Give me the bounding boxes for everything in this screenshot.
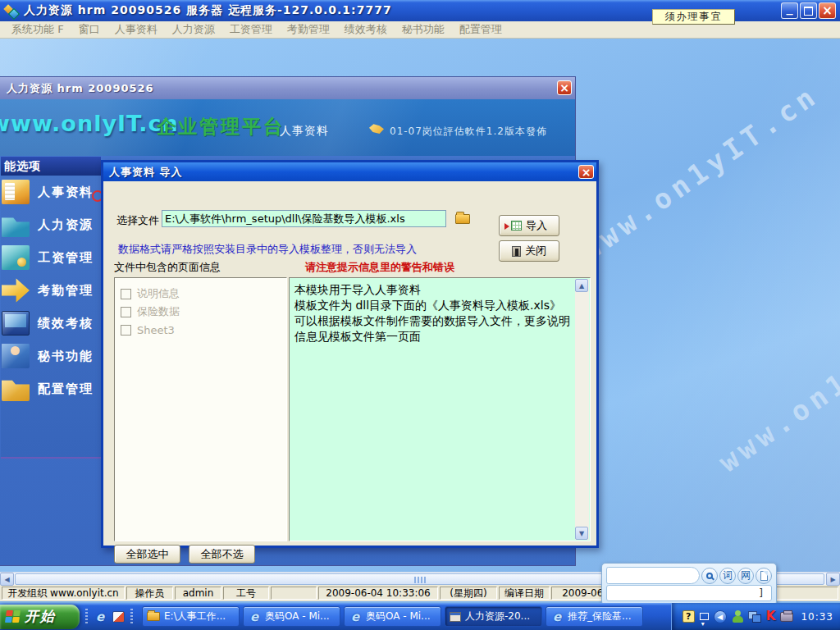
info-scrollbar[interactable]: ▲ ▼ <box>575 279 589 540</box>
menu-hr[interactable]: 人力资源 <box>165 22 222 37</box>
select-all-label: 全部选中 <box>126 547 169 562</box>
arrow-icon <box>2 278 30 303</box>
status-weekday: (星期四) <box>440 587 497 600</box>
status-datetime: 2009-06-04 10:33:06 <box>318 587 438 600</box>
close-icon[interactable] <box>819 2 836 19</box>
sidebar-item-hr[interactable]: 人力资源 <box>1 208 101 241</box>
status-operator-value: admin <box>175 587 221 600</box>
clock[interactable]: 10:33 <box>801 611 833 623</box>
task-label: 推荐_保险基... <box>568 609 631 623</box>
exit-door-icon <box>512 246 521 257</box>
scroll-right-icon[interactable]: ▶ <box>826 573 840 586</box>
sheet-row: Sheet3 <box>121 321 281 339</box>
close-button[interactable]: 关闭 <box>499 240 559 262</box>
quick-launch <box>85 609 133 625</box>
select-none-button[interactable]: 全部不选 <box>189 545 255 564</box>
sheet-row: 保险数据 <box>121 303 281 321</box>
task-button-insurance[interactable]: 推荐_保险基... <box>546 606 643 627</box>
dict-result-input[interactable]: ] <box>606 585 772 601</box>
child-window-title: 人力资源 hrm 20090526 <box>7 81 154 96</box>
sidebar-item-attendance[interactable]: 考勤管理 <box>1 274 101 307</box>
status-operator-label: 操作员 <box>126 587 173 600</box>
current-module-label: 人事资料 <box>280 124 329 139</box>
menu-config[interactable]: 配置管理 <box>452 22 509 37</box>
scroll-left-icon[interactable]: ◀ <box>0 573 14 586</box>
ie-icon <box>248 610 261 623</box>
banner: www.onlyIT.cn 企业管理平台 人事资料 01-07岗位評估軟件1.2… <box>0 99 575 156</box>
sidebar-item-label: 绩效考核 <box>38 316 94 331</box>
dict-query-input[interactable] <box>606 567 700 584</box>
sheet-checkbox[interactable] <box>121 307 131 317</box>
announcement-link[interactable]: 01-07岗位評估軟件1.2版本發佈 <box>390 125 547 139</box>
task-button-hrm-active[interactable]: 人力资源-20... <box>445 606 542 627</box>
menu-system[interactable]: 系统功能 F <box>4 22 71 37</box>
info-line: 本模块用于导入人事资料 <box>294 282 572 298</box>
sidebar-item-personnel[interactable]: 人事资料 <box>1 176 101 208</box>
page-button[interactable] <box>756 568 772 584</box>
sheet-label: 保险数据 <box>137 304 180 319</box>
sidebar-item-salary[interactable]: 工资管理 <box>1 241 101 274</box>
system-tray: ? K 10:33 <box>671 603 840 630</box>
toolbar-grip[interactable] <box>85 609 88 625</box>
help-tray-icon[interactable]: ? <box>682 610 695 623</box>
menu-secretary[interactable]: 秘书功能 <box>395 22 452 37</box>
coins-icon <box>2 245 30 270</box>
start-button-label: 开始 <box>25 607 56 626</box>
dict-button[interactable]: 词 <box>719 568 736 584</box>
kaspersky-tray-icon[interactable]: K <box>766 610 776 623</box>
ie-icon <box>550 610 564 623</box>
select-none-label: 全部不选 <box>201 547 244 562</box>
menu-window[interactable]: 窗口 <box>71 22 107 37</box>
todo-badge[interactable]: 须办理事宜 <box>652 9 735 25</box>
menu-attendance[interactable]: 考勤管理 <box>280 22 337 37</box>
printer-tray-icon[interactable] <box>780 612 793 622</box>
sidebar-item-performance[interactable]: 绩效考核 <box>1 307 101 340</box>
window-icon <box>450 612 461 622</box>
sidebar-item-label: 工资管理 <box>38 250 94 266</box>
scroll-down-icon[interactable]: ▼ <box>575 527 588 540</box>
task-label: 奥码OA - Mi... <box>366 609 431 623</box>
scroll-up-icon[interactable]: ▲ <box>575 279 588 292</box>
task-button-oa1[interactable]: 奥码OA - Mi... <box>243 606 340 627</box>
sidebar-item-secretary[interactable]: 秘书功能 <box>1 340 101 372</box>
web-button[interactable]: 网 <box>737 568 754 584</box>
info-text: 本模块用于导入人事资料 模板文件为 dll目录下面的《人事资料导入模板.xls》… <box>294 282 572 345</box>
dialog-titlebar[interactable]: 人事资料 导入 <box>103 162 596 181</box>
sheet-checkbox[interactable] <box>121 325 131 336</box>
messenger-tray-icon[interactable] <box>732 610 743 623</box>
ie-quicklaunch-icon[interactable] <box>94 610 107 623</box>
restore-icon[interactable] <box>800 2 817 19</box>
menu-personnel[interactable]: 人事资料 <box>107 22 165 37</box>
app-quicklaunch-icon[interactable] <box>112 611 125 623</box>
info-line: 可以根据模板文件制作需要的数据导入文件，更多说明信息见模板文件第一页面 <box>294 313 572 345</box>
collapse-tray-icon[interactable] <box>714 610 727 623</box>
child-window-titlebar[interactable]: 人力资源 hrm 20090526 <box>0 77 575 99</box>
windows-logo-icon <box>5 610 21 623</box>
scrollbar-grip <box>414 577 426 583</box>
watermark-text: www.on1yIT.cn <box>575 78 825 267</box>
sidebar-item-config[interactable]: 配置管理 <box>1 372 101 405</box>
toolbar-grip[interactable] <box>130 609 133 625</box>
start-button[interactable]: 开始 <box>0 605 80 629</box>
search-icon <box>706 573 713 579</box>
dialog-close-icon[interactable] <box>578 165 594 179</box>
sheet-row: 说明信息 <box>121 285 281 303</box>
task-button-oa2[interactable]: 奥码OA - Mi... <box>344 606 441 627</box>
restore-tray-icon[interactable] <box>700 613 709 620</box>
import-grid-icon <box>511 221 522 231</box>
sidebar-header: 能选项 <box>1 157 101 176</box>
network-tray-icon[interactable] <box>748 611 761 623</box>
task-button-explorer[interactable]: E:\人事工作... <box>142 606 240 627</box>
watermark-text: www.on1yIT.cn <box>713 290 840 478</box>
browse-folder-icon[interactable] <box>455 214 470 224</box>
menu-salary[interactable]: 工资管理 <box>222 22 280 37</box>
sidebar-item-label: 秘书功能 <box>38 349 94 364</box>
search-button[interactable] <box>701 568 718 584</box>
file-path-input[interactable] <box>162 210 446 227</box>
select-all-button[interactable]: 全部选中 <box>114 545 180 564</box>
import-button[interactable]: 导入 <box>499 215 559 236</box>
menu-performance[interactable]: 绩效考核 <box>337 22 395 37</box>
sheet-checkbox[interactable] <box>121 289 131 299</box>
minimize-icon[interactable] <box>781 2 798 19</box>
child-window-close-icon[interactable] <box>557 80 572 95</box>
